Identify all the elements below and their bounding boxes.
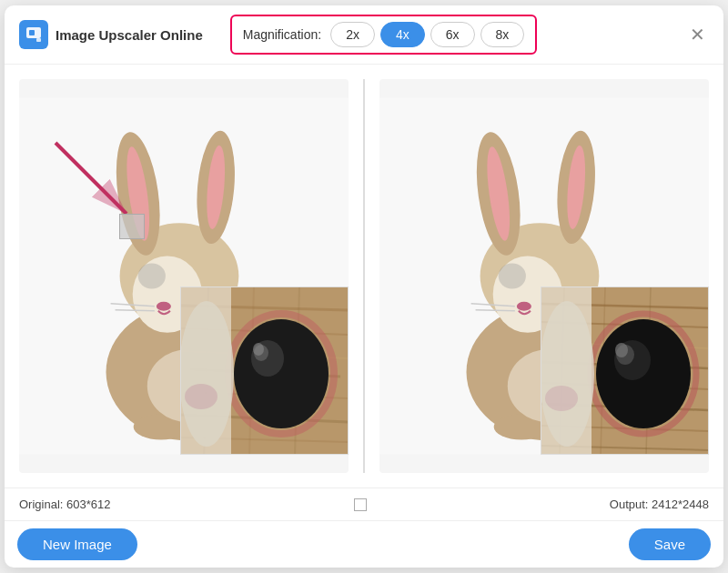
original-info: Original: 603*612 — [19, 498, 110, 511]
content-area — [5, 65, 723, 488]
mag-btn-6x[interactable]: 6x — [430, 22, 475, 47]
svg-point-72 — [541, 301, 594, 447]
app-logo: Image Upscaler Online — [19, 20, 203, 49]
logo-icon — [19, 20, 48, 49]
footer-center — [110, 498, 609, 511]
svg-point-47 — [499, 263, 526, 288]
svg-rect-2 — [36, 38, 41, 42]
app-window: Image Upscaler Online Magnification: 2x … — [5, 5, 723, 568]
svg-point-38 — [185, 384, 217, 409]
mag-btn-2x[interactable]: 2x — [330, 22, 375, 47]
save-button[interactable]: Save — [629, 528, 711, 560]
output-image-panel — [379, 79, 709, 473]
svg-rect-1 — [29, 30, 35, 35]
close-button[interactable]: ✕ — [686, 22, 709, 47]
info-footer: Original: 603*612 Output: 2412*2448 — [5, 488, 723, 520]
original-image-panel — [19, 79, 349, 473]
magnification-section: Magnification: 2x 4x 6x 8x — [230, 15, 538, 55]
compare-checkbox[interactable] — [354, 498, 367, 511]
bottom-bar: New Image Save — [5, 520, 723, 568]
mag-buttons: 2x 4x 6x 8x — [330, 22, 524, 47]
output-info: Output: 2412*2448 — [610, 498, 709, 511]
svg-point-31 — [234, 319, 329, 428]
header: Image Upscaler Online Magnification: 2x … — [5, 5, 723, 65]
svg-point-11 — [138, 263, 166, 288]
new-image-button[interactable]: New Image — [17, 528, 137, 560]
mag-btn-4x[interactable]: 4x — [380, 22, 425, 47]
svg-point-48 — [517, 302, 531, 311]
svg-line-14 — [116, 310, 155, 311]
output-magnified-overlay — [541, 286, 709, 455]
svg-point-34 — [253, 343, 264, 356]
mag-btn-8x[interactable]: 8x — [480, 22, 525, 47]
svg-point-12 — [157, 302, 171, 311]
svg-point-69 — [615, 343, 628, 357]
app-title: Image Upscaler Online — [56, 27, 203, 43]
original-magnified-overlay — [180, 286, 349, 455]
svg-point-73 — [545, 386, 578, 411]
magnification-label: Magnification: — [243, 27, 321, 42]
panel-divider — [363, 79, 365, 473]
svg-point-37 — [181, 301, 234, 447]
svg-line-50 — [476, 310, 515, 311]
